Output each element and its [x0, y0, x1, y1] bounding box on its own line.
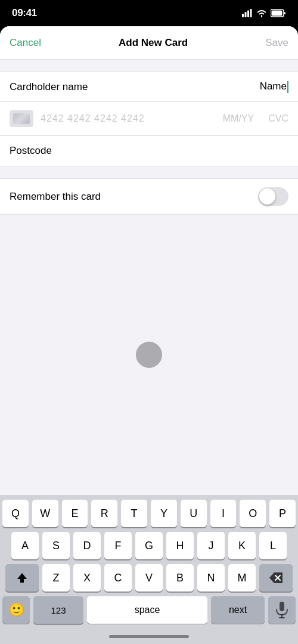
toggle-thumb [259, 188, 275, 205]
key-v[interactable]: V [135, 564, 163, 592]
svg-rect-1 [245, 12, 247, 17]
key-a[interactable]: A [11, 532, 39, 559]
postcode-row[interactable]: Postcode [0, 136, 298, 166]
cardholder-row[interactable]: Cardholder name Name [0, 72, 298, 102]
key-d[interactable]: D [73, 532, 101, 559]
svg-marker-6 [17, 573, 27, 583]
remember-card-label: Remember this card [10, 191, 258, 203]
key-n[interactable]: N [197, 564, 225, 592]
key-w[interactable]: W [32, 500, 58, 527]
space-key[interactable]: space [87, 596, 207, 624]
key-l[interactable]: L [259, 532, 287, 559]
mic-dot [136, 342, 162, 368]
postcode-label: Postcode [10, 145, 105, 157]
key-z[interactable]: Z [42, 564, 70, 592]
key-c[interactable]: C [104, 564, 132, 592]
keyboard-row-2: A S D F G H J K L [2, 532, 296, 559]
key-r[interactable]: R [91, 500, 117, 527]
status-bar: 09:41 [0, 0, 298, 26]
wifi-icon [256, 9, 267, 17]
key-k[interactable]: K [228, 532, 256, 559]
keyboard: Q W E R T Y U I O P A S D F G H J K L [0, 495, 298, 628]
svg-rect-2 [247, 11, 249, 18]
card-expiry-input[interactable]: MM/YY [223, 113, 254, 124]
card-number-row[interactable]: 4242 4242 4242 4242 MM/YY CVC [0, 102, 298, 136]
signal-icon [242, 9, 253, 17]
page-title: Add New Card [119, 37, 188, 49]
cancel-button[interactable]: Cancel [10, 37, 41, 49]
status-time: 09:41 [12, 7, 37, 19]
key-x[interactable]: X [73, 564, 101, 592]
card-number-input[interactable]: 4242 4242 4242 4242 [41, 113, 216, 124]
save-button[interactable]: Save [265, 37, 288, 49]
remember-card-toggle[interactable] [258, 187, 288, 206]
key-y[interactable]: Y [151, 500, 177, 527]
remember-card-row: Remember this card [0, 179, 298, 214]
empty-area [0, 215, 298, 495]
keyboard-row-3: Z X C V B N M [2, 564, 296, 592]
key-h[interactable]: H [166, 532, 194, 559]
battery-icon [271, 9, 286, 17]
key-u[interactable]: U [181, 500, 207, 527]
card-type-icon [10, 110, 33, 127]
numbers-key[interactable]: 123 [33, 596, 83, 624]
cardholder-label: Cardholder name [10, 81, 105, 93]
status-icons [242, 9, 286, 17]
key-i[interactable]: I [210, 500, 237, 527]
emoji-key[interactable]: 🙂 [2, 596, 30, 624]
key-t[interactable]: T [121, 500, 147, 527]
dictation-key[interactable] [268, 596, 296, 624]
home-indicator [0, 628, 298, 644]
key-g[interactable]: G [135, 532, 163, 559]
key-m[interactable]: M [228, 564, 256, 592]
svg-rect-3 [250, 9, 252, 17]
backspace-key[interactable] [259, 564, 293, 592]
keyboard-row-4: 🙂 123 space next [2, 596, 296, 624]
card-sheet: Cancel Add New Card Save Cardholder name… [0, 26, 298, 644]
card-form-section: Cardholder name Name 4242 4242 4242 4242… [0, 72, 298, 166]
key-q[interactable]: Q [2, 500, 29, 527]
key-o[interactable]: O [240, 500, 266, 527]
cardholder-input[interactable]: Name [105, 80, 288, 93]
svg-rect-5 [272, 11, 283, 16]
backspace-icon [269, 572, 283, 583]
nav-bar: Cancel Add New Card Save [0, 26, 298, 60]
key-p[interactable]: P [269, 500, 296, 527]
next-key[interactable]: next [211, 596, 265, 624]
card-cvc-input[interactable]: CVC [268, 113, 288, 124]
svg-rect-9 [280, 602, 284, 611]
keyboard-row-1: Q W E R T Y U I O P [2, 500, 296, 527]
mic-icon [275, 602, 288, 618]
key-s[interactable]: S [42, 532, 70, 559]
shift-icon [16, 572, 28, 584]
svg-rect-0 [242, 14, 244, 17]
key-e[interactable]: E [62, 500, 88, 527]
shift-key[interactable] [5, 564, 39, 592]
home-bar [109, 635, 189, 638]
key-f[interactable]: F [104, 532, 132, 559]
remember-card-section: Remember this card [0, 178, 298, 215]
text-cursor [287, 81, 288, 93]
key-j[interactable]: J [197, 532, 225, 559]
key-b[interactable]: B [166, 564, 194, 592]
